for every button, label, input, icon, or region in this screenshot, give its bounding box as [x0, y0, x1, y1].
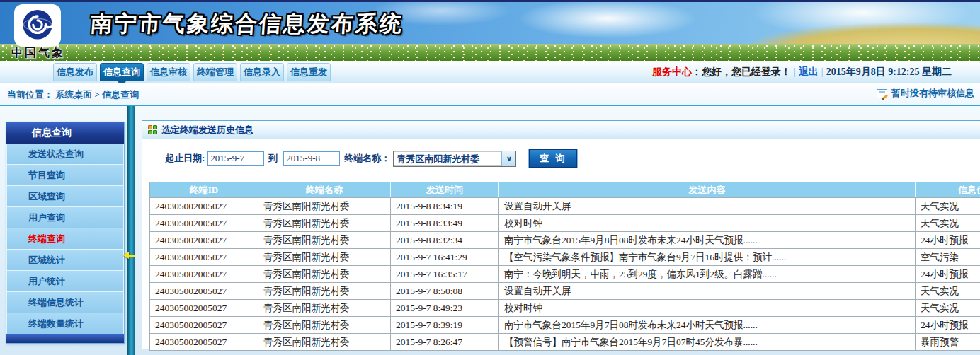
- panel-titlebar: 选定终端发送历史信息: [142, 121, 980, 139]
- table-cell: 暴雨预警: [916, 334, 980, 351]
- table-cell: 240305002005027: [150, 266, 258, 283]
- content-area: 信息查询 发送状态查询节目查询区域查询用户查询终端查询区域统计用户统计终端信息统…: [0, 106, 980, 355]
- table-cell: 2015-9-7 8:49:23: [391, 300, 499, 317]
- table-cell: 2015-9-7 8:50:08: [391, 283, 499, 300]
- table-row: 240305002005027青秀区南阳新光村委2015-9-8 8:32:34…: [150, 232, 980, 249]
- table-cell: 天气实况: [916, 215, 980, 232]
- table-cell: 青秀区南阳新光村委: [258, 232, 391, 249]
- nav-tab[interactable]: 终端管理: [193, 63, 237, 81]
- table-cell: 南宁市气象台2015年9月8日08时发布未来24小时天气预报......: [499, 232, 916, 249]
- table-cell: 天气实况: [916, 300, 980, 317]
- edit-note-icon: [877, 89, 887, 98]
- table-row: 240305002005027青秀区南阳新光村委2015-9-7 16:35:1…: [150, 266, 980, 283]
- terminal-name-label: 终端名称：: [344, 152, 390, 165]
- nav-tab[interactable]: 信息重发: [287, 63, 331, 81]
- sidebar-footer-bar: [6, 334, 124, 343]
- table-cell: 青秀区南阳新光村委: [258, 300, 391, 317]
- nav-tab[interactable]: 信息发布: [53, 63, 97, 81]
- column-header: 发送内容: [499, 182, 916, 198]
- greeting-text: ：您好，您已经登录！: [692, 66, 791, 77]
- collapse-sidebar-arrow-icon[interactable]: [123, 252, 135, 260]
- nav-tabs: 信息发布信息查询信息审核终端管理信息录入信息重发: [53, 63, 331, 81]
- datetime-text: 2015年9月8日 9:12:25 星期二: [826, 66, 952, 77]
- table-cell: 240305002005027: [150, 334, 258, 351]
- terminal-select-value: 青秀区南阳新光村委: [394, 151, 501, 166]
- table-cell: 240305002005027: [150, 215, 258, 232]
- table-cell: 青秀区南阳新光村委: [258, 198, 391, 215]
- cma-logo-icon: [14, 4, 61, 47]
- table-cell: 24小时预报: [916, 232, 980, 249]
- form-separator: [143, 178, 980, 178]
- logo-caption: 中国气象: [11, 46, 65, 61]
- table-header-row: 终端ID终端名称发送时间发送内容信息位: [150, 182, 980, 198]
- table-cell: 南宁市气象台2015年9月7日08时发布未来24小时天气预报......: [499, 317, 916, 334]
- sidebar-item[interactable]: 节目查询: [6, 165, 124, 186]
- table-row: 240305002005027青秀区南阳新光村委2015-9-8 8:34:19…: [150, 198, 980, 215]
- table-cell: 2015-9-7 16:35:17: [391, 266, 499, 283]
- sidebar-title: 信息查询: [6, 122, 124, 144]
- table-row: 240305002005027青秀区南阳新光村委2015-9-7 8:50:08…: [150, 283, 980, 300]
- date-from-input[interactable]: [207, 151, 264, 166]
- table-cell: 【预警信号】南宁市气象台2015年9月7日07时45分发布暴......: [499, 334, 916, 351]
- table-cell: 天气实况: [916, 198, 980, 215]
- table-row: 240305002005027青秀区南阳新光村委2015-9-7 8:26:47…: [150, 334, 980, 351]
- history-table-body: 240305002005027青秀区南阳新光村委2015-9-8 8:34:19…: [150, 198, 980, 351]
- table-cell: 2015-9-8 8:33:49: [391, 215, 499, 232]
- app-banner: 中国气象 南宁市气象综合信息发布系统: [0, 0, 980, 61]
- table-cell: 24小时预报: [916, 266, 980, 283]
- table-cell: 2015-9-7 8:26:47: [391, 334, 499, 351]
- terminal-select[interactable]: 青秀区南阳新光村委 ∨: [393, 151, 516, 167]
- grid-icon: [148, 125, 157, 134]
- divider-pipe: |: [791, 66, 799, 77]
- table-cell: 青秀区南阳新光村委: [258, 249, 391, 266]
- sidebar-item[interactable]: 用户查询: [6, 207, 124, 228]
- table-cell: 南宁：今晚到明天，中雨，25到29度，偏东风1到2级。白露蹭......: [499, 266, 916, 283]
- nav-tab[interactable]: 信息查询: [100, 63, 144, 81]
- table-cell: 2015-9-7 8:39:19: [391, 317, 499, 334]
- sidebar-item[interactable]: 终端查询: [6, 228, 124, 250]
- column-header: 终端名称: [258, 182, 391, 198]
- sidebar-item[interactable]: 区域查询: [6, 186, 124, 207]
- table-cell: 青秀区南阳新光村委: [258, 317, 391, 334]
- table-cell: 2015-9-8 8:32:34: [391, 232, 499, 249]
- table-cell: 校对时钟: [499, 215, 916, 232]
- breadcrumb: 当前位置： 系统桌面 > 信息查询: [7, 88, 139, 101]
- table-row: 240305002005027青秀区南阳新光村委2015-9-7 8:39:19…: [150, 317, 980, 334]
- query-form: 起止日期: 到 终端名称： 青秀区南阳新光村委 ∨ 查 询: [142, 139, 980, 178]
- table-cell: 2015-9-7 16:41:29: [391, 249, 499, 266]
- table-cell: 青秀区南阳新光村委: [258, 334, 391, 351]
- sidebar-item[interactable]: 终端信息统计: [6, 292, 124, 313]
- nav-tab[interactable]: 信息审核: [147, 63, 190, 81]
- banner-grass-decor: [0, 44, 980, 61]
- sidebar-splitter[interactable]: [127, 106, 135, 355]
- sidebar-menu: 发送状态查询节目查询区域查询用户查询终端查询区域统计用户统计终端信息统计终端数量…: [6, 144, 124, 334]
- column-header: 发送时间: [391, 182, 499, 198]
- nav-tab[interactable]: 信息录入: [240, 63, 284, 81]
- history-table: 终端ID终端名称发送时间发送内容信息位 240305002005027青秀区南阳…: [149, 182, 980, 351]
- date-to-input[interactable]: [283, 151, 340, 166]
- sidebar-item[interactable]: 区域统计: [6, 250, 124, 271]
- table-cell: 青秀区南阳新光村委: [258, 215, 391, 232]
- breadcrumb-bar: 当前位置： 系统桌面 > 信息查询 暂时没有待审核信息: [0, 83, 980, 106]
- sidebar-item[interactable]: 发送状态查询: [6, 144, 124, 165]
- sidebar-item[interactable]: 终端数量统计: [6, 313, 124, 334]
- table-cell: 2015-9-8 8:34:19: [391, 198, 499, 215]
- sidebar-item[interactable]: 用户统计: [6, 271, 124, 292]
- logout-link[interactable]: 退出: [799, 66, 819, 77]
- chevron-down-icon[interactable]: ∨: [501, 151, 515, 166]
- table-cell: 设置自动开关屏: [499, 283, 916, 300]
- table-cell: 240305002005027: [150, 198, 258, 215]
- breadcrumb-prefix: 当前位置：: [7, 89, 53, 100]
- table-cell: 天气实况: [916, 283, 980, 300]
- table-cell: 240305002005027: [150, 249, 258, 266]
- panel-title: 选定终端发送历史信息: [161, 124, 253, 136]
- column-header: 信息位: [916, 182, 980, 198]
- table-cell: 空气污染: [916, 249, 980, 266]
- pending-review-notice[interactable]: 暂时没有待审核信息: [877, 87, 974, 100]
- sidebar: 信息查询 发送状态查询节目查询区域查询用户查询终端查询区域统计用户统计终端信息统…: [6, 122, 125, 344]
- table-row: 240305002005027青秀区南阳新光村委2015-9-7 8:49:23…: [150, 300, 980, 317]
- table-cell: 【空气污染气象条件预报】南宁市气象台9月7日16时提供：预计......: [499, 249, 916, 266]
- table-cell: 24小时预报: [916, 317, 980, 334]
- service-center-label: 服务中心: [652, 66, 692, 77]
- search-button[interactable]: 查 询: [529, 149, 577, 168]
